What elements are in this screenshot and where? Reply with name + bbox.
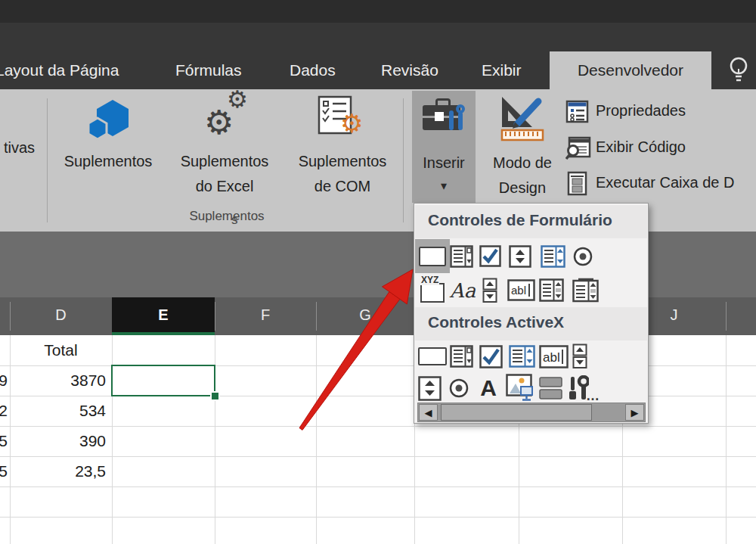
activex-check-box-icon[interactable] [479,340,503,372]
group-separator [403,98,404,222]
scroll-right-button[interactable]: ▶ [625,404,644,421]
tab-desenvolvedor[interactable]: Desenvolvedor [550,51,711,89]
view-code-button[interactable]: Exibir Código [565,136,756,160]
tab-formulas[interactable]: Fórmulas [175,51,242,89]
partial-cell: 5 [0,456,8,486]
com-addins-gear-icon: ⚙ [340,110,363,136]
form-control-list-box-icon[interactable] [540,239,565,273]
form-controls-header-band: Controles de Formulário [415,205,647,238]
svg-text:abl: abl [511,284,526,297]
addins-button[interactable]: Suplementos [55,92,161,183]
partial-cell: 2 [0,396,8,426]
activex-command-button-icon[interactable] [417,340,448,372]
excel-addins-button[interactable]: ⚙ ⚙ Suplementos do Excel [168,92,281,206]
insert-dropdown-arrow-icon: ▾ [412,179,476,193]
activex-spin-button-icon[interactable] [571,340,589,372]
form-control-spin-button-icon[interactable] [508,239,532,273]
group-separator [47,98,48,222]
activex-list-box-icon[interactable] [508,340,535,372]
run-dialog-label: Executar Caixa de D [596,174,734,191]
activex-scroll-bar-icon[interactable] [417,372,442,404]
form-control-button-icon[interactable] [415,239,450,273]
scroll-left-button[interactable]: ◀ [419,404,438,421]
form-control-combo-box-icon[interactable] [449,239,473,273]
tab-dados[interactable]: Dados [290,51,336,89]
insert-controls-dropdown: Controles de Formulário [414,203,649,424]
selected-cell-e[interactable] [111,365,215,396]
form-control-combo-drop-edit-icon[interactable] [572,273,599,307]
com-addins-label-line1: Suplementos [286,153,399,170]
title-bar [0,0,756,23]
properties-icon [565,100,590,124]
column-header-e-selected[interactable]: E [112,297,215,335]
cell-d-534[interactable]: 534 [10,396,106,426]
suplementos-group-label: Suplementos [129,209,325,224]
form-control-option-button-icon[interactable] [572,239,594,273]
cell-d-390[interactable]: 390 [10,426,106,456]
com-addins-label-line2: de COM [286,178,399,195]
form-controls-header: Controles de Formulário [428,211,612,229]
insert-button-label: Inserir [412,154,476,172]
toolbox-icon [423,98,466,144]
header-separator [726,302,727,331]
excel-window: Layout da Página Fórmulas Dados Revisão … [0,0,756,544]
activex-controls-header-band: Controles ActiveX [415,307,647,340]
svg-text:abl: abl [543,350,560,365]
form-control-label-icon[interactable]: XYZ [417,273,448,307]
partial-cell: 5 [0,426,8,456]
design-mode-button[interactable]: Modo de Design [478,91,567,203]
fill-handle[interactable] [210,391,220,401]
activex-option-button-icon[interactable] [448,372,470,404]
column-header-g[interactable]: G [316,297,414,332]
activex-label-icon[interactable]: A [478,372,499,404]
activex-text-box-icon[interactable]: abl [538,340,569,372]
tab-revisao[interactable]: Revisão [381,51,438,89]
properties-button[interactable]: Propriedades [565,100,756,124]
excel-addins-label-line2: do Excel [168,178,281,195]
com-addins-button[interactable]: ⚙ Suplementos de COM [286,92,399,206]
addins-hexagon-icon [87,98,132,145]
view-code-label: Exibir Código [596,138,686,156]
ribbon-tab-row: Layout da Página Fórmulas Dados Revisão … [0,23,756,89]
tab-layout-da-pagina[interactable]: Layout da Página [0,51,119,89]
controls-group-label-partial: s [231,213,238,228]
design-mode-label-line2: Design [478,179,567,197]
tab-exibir[interactable]: Exibir [482,51,522,89]
lightbulb-icon[interactable] [726,54,751,88]
activex-toggle-button-icon[interactable] [538,372,565,404]
partial-left-button-label[interactable]: tivas [0,139,35,157]
scrollbar-thumb[interactable] [441,404,592,421]
run-dialog-button[interactable]: Executar Caixa de D [565,171,756,197]
cell-d-3870[interactable]: 3870 [10,365,106,396]
excel-addins-label-line1: Suplementos [168,153,281,170]
form-control-text-aa-icon[interactable]: Aa [450,273,476,307]
form-control-scroll-bar-icon[interactable] [482,273,498,307]
activex-more-controls-icon[interactable]: … [566,372,600,404]
form-control-combo-list-edit-icon[interactable] [538,273,564,307]
form-control-check-box-icon[interactable] [479,239,501,273]
activex-controls-header: Controles ActiveX [428,313,564,331]
view-code-icon [565,136,591,160]
gears-small-icon: ⚙ [227,88,248,111]
cell-d-23-5[interactable]: 23,5 [10,456,106,486]
activex-image-icon[interactable] [505,372,537,404]
design-mode-icon [499,95,547,142]
cell-d-total[interactable]: Total [10,335,112,365]
form-control-text-field-icon[interactable]: abl [507,273,535,307]
column-header-f[interactable]: F [215,297,316,332]
run-dialog-icon [567,171,588,197]
properties-label: Propriedades [596,102,686,120]
column-header-d[interactable]: D [10,297,112,332]
insert-button[interactable]: Inserir ▾ [412,91,476,203]
design-mode-label-line1: Modo de [478,154,567,172]
activex-combo-box-icon[interactable] [449,340,473,372]
addins-button-label: Suplementos [55,153,161,170]
dropdown-horizontal-scrollbar[interactable]: ◀ ▶ [417,403,646,422]
partial-cell: 9 [0,365,8,396]
